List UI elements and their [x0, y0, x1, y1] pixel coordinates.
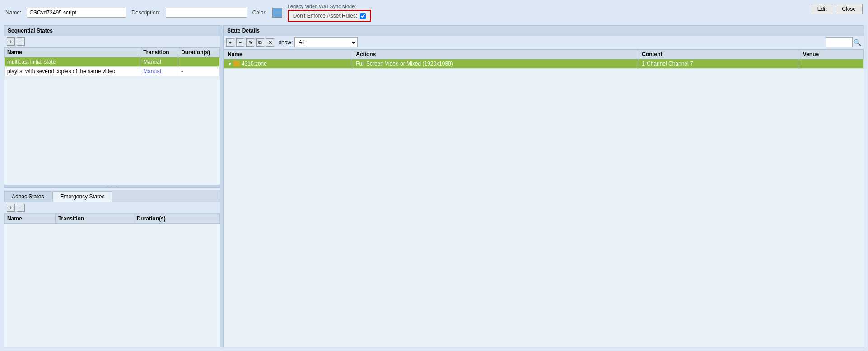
- expand-arrow: ▼: [228, 61, 232, 66]
- detail-col-name: Name: [224, 50, 352, 59]
- seq-name-cell: playlist with several copies of the same…: [5, 67, 140, 76]
- tab-remove-button[interactable]: −: [17, 204, 25, 212]
- detail-content-cell: 1-Channel Channel 7: [638, 59, 799, 69]
- table-row[interactable]: playlist with several copies of the same…: [5, 67, 220, 76]
- sequential-states-toolbar: + −: [4, 36, 220, 47]
- table-row[interactable]: multicast initial state Manual: [5, 57, 220, 67]
- edit-button[interactable]: Edit: [811, 4, 834, 14]
- state-details-toolbar: + − ✎ ⧉ ✕ show: All Actions Content Venu…: [224, 36, 864, 49]
- left-panel: Sequential States + − Name Transition Du…: [4, 25, 220, 347]
- sequential-states-section: Sequential States + − Name Transition Du…: [4, 25, 220, 188]
- sequential-states-header: Sequential States: [4, 26, 220, 36]
- seq-col-duration: Duration(s): [178, 48, 220, 57]
- detail-delete-button[interactable]: ✕: [266, 38, 274, 47]
- state-details-table: Name Actions Content Venue ▼4310.zone Fu…: [224, 49, 864, 69]
- tab-add-button[interactable]: +: [7, 204, 15, 212]
- header-bar: Name: Description: Color: Legacy Video W…: [0, 0, 868, 25]
- seq-remove-button[interactable]: −: [17, 37, 25, 46]
- name-input[interactable]: [27, 8, 126, 18]
- detail-col-actions: Actions: [352, 50, 638, 59]
- description-input[interactable]: [166, 8, 247, 18]
- seq-add-button[interactable]: +: [7, 37, 15, 46]
- legacy-area: Legacy Video Wall Sync Mode: Don't Enfor…: [288, 4, 371, 22]
- seq-duration-cell: [178, 57, 220, 67]
- detail-col-venue: Venue: [799, 50, 863, 59]
- dont-enforce-checkbox[interactable]: [360, 13, 366, 19]
- header-buttons: Edit Close: [811, 4, 863, 14]
- state-details-panel: State Details + − ✎ ⧉ ✕ show: All Action…: [223, 25, 864, 347]
- adhoc-table: Name Transition Duration(s): [4, 214, 220, 224]
- description-label: Description:: [131, 9, 160, 16]
- sequential-states-table-container: Name Transition Duration(s) multicast in…: [4, 47, 220, 185]
- tabs-toolbar: + −: [4, 202, 220, 214]
- right-table-container: Name Actions Content Venue ▼4310.zone Fu…: [224, 49, 864, 347]
- close-button[interactable]: Close: [835, 4, 863, 14]
- tab-bar: Adhoc States Emergency States: [4, 190, 220, 202]
- dont-enforce-box: Don't Enforce Asset Rules:: [288, 10, 371, 22]
- detail-edit-button[interactable]: ✎: [246, 38, 254, 47]
- table-row[interactable]: ▼4310.zone Full Screen Video or Mixed (1…: [224, 59, 864, 69]
- seq-col-transition: Transition: [140, 48, 178, 57]
- sequential-states-table: Name Transition Duration(s) multicast in…: [4, 47, 220, 76]
- search-input[interactable]: [826, 37, 853, 47]
- tab-content: + − Name Transition Duration(s): [4, 202, 220, 347]
- show-label: show:: [279, 39, 293, 46]
- detail-add-button[interactable]: +: [226, 38, 234, 47]
- folder-icon: [233, 61, 240, 66]
- detail-col-content: Content: [638, 50, 799, 59]
- detail-name-cell: ▼4310.zone: [224, 59, 352, 69]
- state-details-header: State Details: [224, 26, 864, 36]
- adhoc-col-duration: Duration(s): [134, 214, 219, 224]
- content-area: Sequential States + − Name Transition Du…: [0, 25, 868, 351]
- detail-venue-cell: [799, 59, 863, 69]
- tabs-table-container: Name Transition Duration(s): [4, 214, 220, 347]
- detail-copy-button[interactable]: ⧉: [256, 38, 264, 47]
- dont-enforce-label: Don't Enforce Asset Rules:: [293, 13, 357, 19]
- seq-col-name: Name: [5, 48, 140, 57]
- color-label: Color:: [252, 9, 267, 16]
- seq-duration-cell: -: [178, 67, 220, 76]
- color-swatch[interactable]: [272, 8, 282, 18]
- adhoc-col-name: Name: [5, 214, 56, 224]
- detail-actions-cell: Full Screen Video or Mixed (1920x1080): [352, 59, 638, 69]
- seq-name-cell: multicast initial state: [5, 57, 140, 67]
- name-label: Name:: [5, 9, 21, 16]
- seq-transition-cell: Manual: [140, 57, 178, 67]
- search-icon: 🔍: [854, 39, 861, 46]
- detail-remove-button[interactable]: −: [236, 38, 244, 47]
- seq-resize-handle[interactable]: [4, 185, 220, 187]
- tabs-section: Adhoc States Emergency States + − Name: [4, 190, 220, 347]
- tab-adhoc[interactable]: Adhoc States: [4, 191, 51, 202]
- seq-transition-cell: Manual: [140, 67, 178, 76]
- show-select[interactable]: All Actions Content Venue: [294, 37, 358, 47]
- adhoc-col-transition: Transition: [55, 214, 134, 224]
- legacy-label: Legacy Video Wall Sync Mode:: [288, 4, 371, 9]
- tab-emergency[interactable]: Emergency States: [52, 191, 112, 202]
